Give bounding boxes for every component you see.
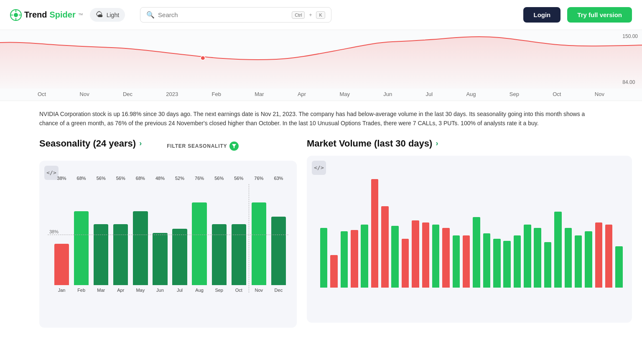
- try-full-version-button[interactable]: Try full version: [567, 7, 632, 23]
- bar-pct-label-aug: 76%: [190, 176, 209, 181]
- seasonality-bar-chart: 38%Jan68%Feb56%Mar56%Apr68%May48%Jun52%J…: [48, 167, 288, 293]
- seasonality-bar-col-feb: 68%Feb: [71, 184, 91, 293]
- volume-bar-col-1: [329, 179, 338, 288]
- bar-month-label-jan: Jan: [52, 288, 71, 293]
- volume-bar-col-0: [319, 179, 328, 288]
- x-label-feb: Feb: [212, 91, 221, 97]
- bar-oct: [232, 224, 246, 285]
- theme-label: Light: [107, 12, 119, 18]
- volume-bar-col-22: [543, 179, 552, 288]
- market-volume-title: Market Volume (last 30 days): [307, 138, 432, 149]
- volume-bar-col-27: [594, 179, 603, 288]
- volume-bar-17: [493, 239, 501, 288]
- volume-bar-col-20: [523, 179, 532, 288]
- seasonality-arrow[interactable]: ›: [139, 139, 142, 148]
- volume-bar-col-17: [492, 179, 501, 288]
- volume-bar-13: [453, 235, 460, 288]
- volume-bar-col-9: [411, 179, 420, 288]
- x-label-mar: Mar: [255, 91, 264, 97]
- login-button[interactable]: Login: [523, 7, 560, 23]
- filter-seasonality-label: FILTER SEASONALITY: [167, 143, 227, 149]
- volume-bar-col-15: [472, 179, 481, 288]
- volume-bar-0: [320, 228, 328, 288]
- volume-bar-21: [534, 228, 541, 288]
- x-label-oct2: Oct: [553, 91, 561, 97]
- volume-bar-20: [524, 225, 531, 288]
- y-label-top: 150.00: [622, 33, 638, 39]
- filter-seasonality-button[interactable]: FILTER SEASONALITY: [167, 142, 239, 151]
- volume-bar-10: [422, 222, 430, 288]
- volume-bar-8: [402, 239, 409, 288]
- seasonality-title: Seasonality (24 years): [39, 138, 136, 149]
- x-label-nov2: Nov: [595, 91, 604, 97]
- search-input[interactable]: [158, 11, 288, 18]
- seasonality-header-row: Seasonality (24 years) › FILTER SEASONAL…: [39, 138, 297, 154]
- volume-bar-col-16: [482, 179, 491, 288]
- theme-toggle[interactable]: 🌤 Light: [90, 8, 125, 22]
- seasonality-bar-col-may: 68%May: [130, 184, 150, 293]
- volume-bar-2: [341, 231, 348, 288]
- logo-spider: Spider: [49, 10, 75, 20]
- volume-bar-7: [391, 226, 399, 288]
- bar-month-label-aug: Aug: [190, 288, 209, 293]
- bar-pct-label-apr: 56%: [111, 176, 130, 181]
- bar-month-label-sep: Sep: [209, 288, 229, 293]
- volume-bar-28: [605, 225, 613, 288]
- x-label-jul: Jul: [426, 91, 433, 97]
- bar-month-label-feb: Feb: [71, 288, 91, 293]
- volume-bar-col-2: [340, 179, 349, 288]
- seasonality-bar-col-nov: 76%Nov: [249, 184, 269, 293]
- bar-pct-label-nov: 76%: [249, 176, 269, 181]
- volume-bar-6: [381, 206, 389, 288]
- bar-pct-label-dec: 63%: [269, 176, 288, 181]
- seasonality-bar-col-jan: 38%Jan: [52, 184, 71, 293]
- stock-description: NVIDIA Corporation stock is up 16.98% si…: [0, 101, 642, 138]
- bar-pct-label-jun: 48%: [150, 176, 170, 181]
- bar-month-label-apr: Apr: [111, 288, 130, 293]
- volume-bar-24: [565, 228, 572, 288]
- sun-icon: 🌤: [96, 10, 103, 19]
- x-label-may: May: [339, 91, 350, 97]
- svg-point-1: [14, 13, 18, 17]
- volume-bar-col-21: [533, 179, 542, 288]
- volume-bar-col-24: [564, 179, 573, 288]
- price-chart-area: 150.00 84.00 Oct: [0, 30, 642, 101]
- bar-mar: [94, 224, 108, 285]
- volume-bar-25: [575, 235, 582, 288]
- volume-bar-col-13: [452, 179, 461, 288]
- bar-pct-label-may: 68%: [130, 176, 150, 181]
- volume-bar-11: [432, 225, 440, 288]
- volume-bar-3: [351, 230, 358, 288]
- bar-dec: [271, 217, 286, 285]
- volume-bar-23: [554, 212, 562, 288]
- bar-sep: [212, 224, 227, 285]
- volume-bar-col-14: [462, 179, 471, 288]
- bar-month-label-may: May: [130, 288, 150, 293]
- bar-pct-label-sep: 56%: [209, 176, 229, 181]
- market-volume-arrow[interactable]: ›: [436, 139, 438, 148]
- search-bar: 🔍 Ctrl + K: [140, 7, 331, 23]
- volume-bar-5: [371, 179, 379, 288]
- volume-bar-1: [330, 255, 338, 288]
- volume-bar-29: [615, 246, 623, 288]
- bar-jan: [54, 244, 69, 285]
- bar-month-label-mar: Mar: [91, 288, 111, 293]
- volume-bar-col-19: [513, 179, 522, 288]
- x-label-oct1: Oct: [38, 91, 46, 97]
- volume-bar-27: [595, 222, 603, 288]
- svg-marker-6: [232, 144, 236, 148]
- volume-bar-col-6: [380, 179, 389, 288]
- x-label-2023: 2023: [166, 91, 178, 97]
- volume-bar-col-18: [502, 179, 511, 288]
- volume-bar-9: [412, 220, 419, 288]
- chart-x-labels: Oct Nov Dec 2023 Feb Mar Apr May Jun Jul…: [0, 88, 642, 97]
- bar-pct-label-jul: 52%: [170, 176, 189, 181]
- bar-apr: [113, 224, 128, 285]
- bar-pct-label-jan: 38%: [52, 176, 71, 181]
- price-line-chart: [0, 30, 642, 88]
- volume-bar-col-28: [604, 179, 613, 288]
- logo-icon: [10, 9, 22, 21]
- x-label-aug: Aug: [466, 91, 476, 97]
- x-label-jun: Jun: [383, 91, 392, 97]
- chart-y-labels: 150.00 84.00: [622, 30, 638, 88]
